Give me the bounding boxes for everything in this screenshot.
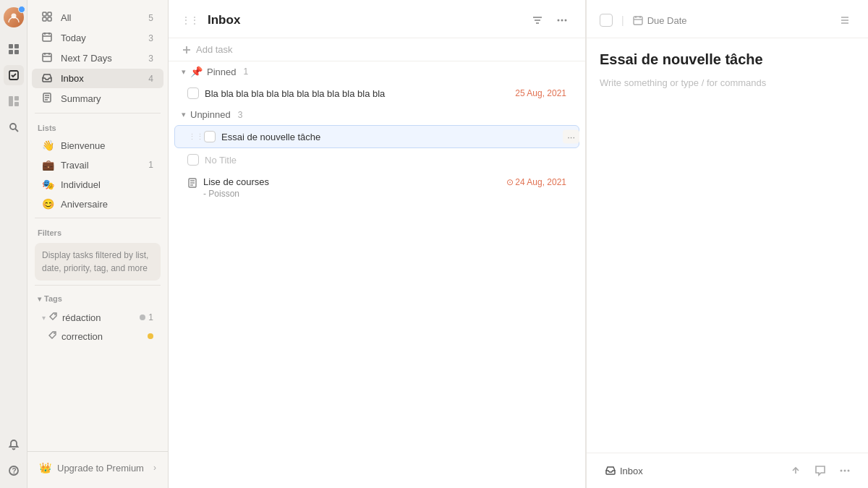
due-date-label: Due Date bbox=[647, 15, 687, 26]
arrow-up-button[interactable] bbox=[786, 461, 806, 481]
today-icon bbox=[42, 32, 55, 44]
doc-icon bbox=[187, 178, 197, 190]
divider-1 bbox=[35, 113, 161, 114]
inbox-nav-icon bbox=[42, 72, 55, 85]
redaction-dot bbox=[140, 314, 145, 320]
right-panel-actions bbox=[835, 10, 855, 30]
travail-count: 1 bbox=[148, 160, 153, 170]
due-date-button[interactable]: Due Date bbox=[633, 15, 687, 26]
pinned-emoji: 📌 bbox=[190, 66, 203, 77]
task-checkbox[interactable] bbox=[187, 87, 199, 99]
grid-icon[interactable] bbox=[4, 39, 24, 59]
sidebar-item-correction[interactable]: correction bbox=[32, 328, 163, 345]
footer-actions bbox=[786, 461, 855, 481]
svg-rect-13 bbox=[43, 12, 46, 16]
travail-label: Travail bbox=[61, 160, 148, 171]
sidebar-item-bienvenue[interactable]: 👋 Bienvenue bbox=[32, 136, 163, 155]
pinned-group-header[interactable]: ▾ 📌 Pinned 1 bbox=[169, 61, 585, 82]
task-label-2: Essai de nouvelle tâche bbox=[221, 132, 566, 142]
task-checkbox-2[interactable] bbox=[204, 131, 216, 142]
main-header: ⋮⋮ Inbox bbox=[169, 0, 585, 38]
sidebar-item-next7[interactable]: Next 7 Days 3 bbox=[32, 48, 163, 68]
sidebar-item-redaction[interactable]: ▾ rédaction 1 bbox=[32, 308, 163, 327]
task-label: Bla bla bla bla bla bla bla bla bla bla … bbox=[205, 88, 509, 99]
svg-rect-4 bbox=[14, 50, 19, 54]
pinned-label: Pinned bbox=[207, 67, 236, 77]
help-icon[interactable]: ? bbox=[4, 461, 24, 481]
svg-point-52 bbox=[844, 470, 846, 472]
svg-line-10 bbox=[15, 129, 18, 132]
lists-section-label: Lists bbox=[27, 118, 168, 135]
tags-section-header[interactable]: ▾ Tags bbox=[27, 290, 168, 307]
main-content: ⋮⋮ Inbox Add task ▾ 📌 Pinned bbox=[169, 0, 586, 488]
avatar[interactable] bbox=[4, 7, 24, 27]
sidebar-item-travail[interactable]: 💼 Travail 1 bbox=[32, 155, 163, 174]
tag-label-icon bbox=[48, 312, 58, 323]
icon-bar: ? bbox=[0, 0, 27, 488]
sidebar-item-inbox[interactable]: Inbox 4 bbox=[32, 69, 163, 88]
sidebar-item-individuel[interactable]: 🎭 Individuel bbox=[32, 175, 163, 194]
task-label-4: Lise de courses bbox=[203, 176, 501, 187]
correction-dot bbox=[148, 333, 153, 339]
task-more-btn[interactable]: ··· bbox=[563, 130, 579, 144]
footer-inbox-label: Inbox bbox=[620, 466, 643, 476]
unpinned-count: 3 bbox=[238, 110, 243, 120]
right-task-checkbox[interactable] bbox=[600, 14, 613, 27]
summary-label: Summary bbox=[61, 93, 153, 104]
svg-rect-15 bbox=[43, 17, 46, 21]
svg-point-36 bbox=[565, 20, 567, 22]
upgrade-button[interactable]: 👑 Upgrade to Premium › bbox=[32, 458, 163, 478]
next7-count: 3 bbox=[148, 53, 153, 64]
layout-icon[interactable] bbox=[4, 91, 24, 111]
summary-icon bbox=[42, 93, 55, 105]
task-row-notitle[interactable]: No Title bbox=[174, 149, 579, 171]
footer-more-button[interactable] bbox=[835, 461, 855, 481]
svg-rect-7 bbox=[14, 96, 19, 100]
search-icon[interactable] bbox=[4, 117, 24, 137]
tags-chevron-icon: ▾ bbox=[38, 295, 41, 303]
pinned-chevron-icon: ▾ bbox=[182, 67, 186, 77]
task-date: 25 Aug, 2021 bbox=[515, 88, 566, 98]
svg-point-53 bbox=[848, 470, 850, 472]
unpinned-label: Unpinned bbox=[190, 109, 231, 120]
sidebar-item-summary[interactable]: Summary bbox=[32, 89, 163, 108]
task-row-courses[interactable]: Lise de courses ⊙ 24 Aug, 2021 - Poisson bbox=[169, 171, 585, 205]
header-actions bbox=[527, 10, 572, 30]
redaction-label: rédaction bbox=[62, 312, 140, 323]
travail-icon: 💼 bbox=[42, 159, 55, 171]
filter-button[interactable] bbox=[527, 10, 548, 30]
right-panel-placeholder[interactable]: Write something or type / for commands bbox=[587, 74, 868, 100]
check-icon[interactable] bbox=[4, 65, 24, 85]
right-panel-header: | Due Date bbox=[587, 0, 868, 38]
all-label: All bbox=[61, 12, 148, 23]
individuel-label: Individuel bbox=[61, 179, 153, 190]
today-count: 3 bbox=[148, 33, 153, 43]
sidebar-item-all[interactable]: All 5 bbox=[32, 8, 163, 27]
svg-rect-14 bbox=[48, 12, 51, 16]
sidebar-item-today[interactable]: Today 3 bbox=[32, 28, 163, 48]
redaction-chevron-icon: ▾ bbox=[42, 314, 46, 322]
unpinned-group-header[interactable]: ▾ Unpinned 3 bbox=[169, 105, 585, 124]
more-options-button[interactable] bbox=[552, 10, 572, 30]
task-list: ▾ 📌 Pinned 1 Bla bla bla bla bla bla bla… bbox=[169, 61, 585, 488]
svg-rect-6 bbox=[9, 96, 13, 106]
correction-tag-icon bbox=[48, 330, 57, 342]
unpinned-chevron-icon: ▾ bbox=[182, 110, 186, 119]
main-title: Inbox bbox=[208, 13, 522, 27]
comment-button[interactable] bbox=[810, 461, 830, 481]
sidebar-bottom: 👑 Upgrade to Premium › bbox=[27, 451, 168, 481]
sidebar: All 5 Today 3 Next 7 Days 3 bbox=[27, 0, 169, 488]
filters-box: Display tasks filtered by list, date, pr… bbox=[35, 243, 161, 281]
bell-icon[interactable] bbox=[4, 435, 24, 455]
task-row-selected[interactable]: ⋮⋮ Essai de nouvelle tâche ··· bbox=[174, 125, 579, 148]
right-more-button[interactable] bbox=[835, 10, 855, 30]
add-task-bar[interactable]: Add task bbox=[169, 38, 585, 61]
footer-inbox-tag[interactable]: Inbox bbox=[600, 463, 649, 479]
task-date-icon: ⊙ bbox=[506, 177, 514, 187]
right-panel: | Due Date Essai de nouvelle tâche Write… bbox=[586, 0, 868, 488]
sidebar-item-aniversaire[interactable]: 😊 Aniversaire bbox=[32, 194, 163, 213]
header-divider: | bbox=[621, 14, 624, 26]
svg-rect-16 bbox=[48, 17, 51, 21]
task-checkbox-3[interactable] bbox=[187, 154, 199, 166]
task-row[interactable]: Bla bla bla bla bla bla bla bla bla bla … bbox=[174, 82, 579, 104]
